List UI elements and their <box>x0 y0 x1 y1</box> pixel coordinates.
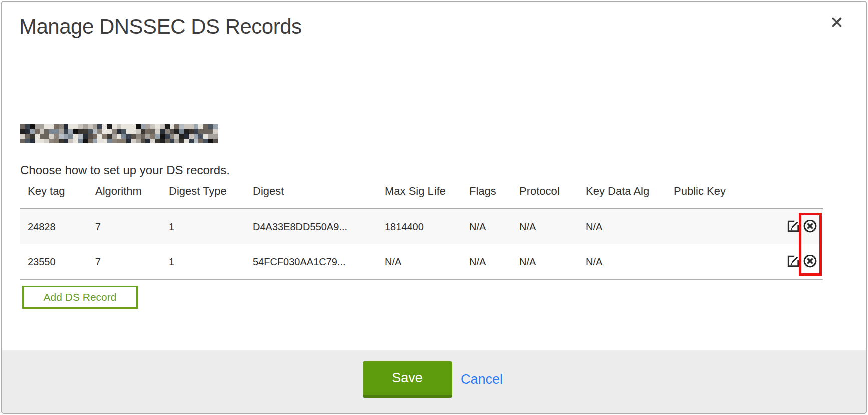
row-actions <box>773 220 823 234</box>
close-button[interactable] <box>827 13 847 33</box>
cell-digest: D4A33E8DD550A9... <box>245 222 377 233</box>
table-header-row: Key tag Algorithm Digest Type Digest Max… <box>20 182 823 208</box>
cancel-link[interactable]: Cancel <box>461 372 503 388</box>
row-actions <box>773 255 823 269</box>
col-header-algorithm: Algorithm <box>88 182 161 198</box>
cell-protocol: N/A <box>512 256 578 268</box>
col-header-public-key: Public Key <box>666 182 773 198</box>
table-body: 24828 7 1 D4A33E8DD550A9... 1814400 N/A … <box>20 208 823 280</box>
table-row: 24828 7 1 D4A33E8DD550A9... 1814400 N/A … <box>20 210 823 244</box>
close-icon <box>830 16 843 30</box>
save-button[interactable]: Save <box>363 362 452 398</box>
edit-record-button[interactable] <box>786 220 800 234</box>
col-header-digest: Digest <box>245 182 377 198</box>
edit-record-button[interactable] <box>786 255 800 269</box>
redacted-domain-name <box>20 124 218 144</box>
cell-protocol: N/A <box>512 222 578 233</box>
delete-record-button[interactable] <box>803 255 817 269</box>
col-header-actions <box>773 182 823 185</box>
col-header-digest-type: Digest Type <box>161 182 245 198</box>
edit-icon <box>787 255 800 269</box>
col-header-key-data-alg: Key Data Alg <box>578 182 666 198</box>
ds-records-table: Key tag Algorithm Digest Type Digest Max… <box>20 182 823 280</box>
add-ds-record-button[interactable]: Add DS Record <box>22 286 138 309</box>
cell-key-tag: 24828 <box>20 222 88 233</box>
col-header-flags: Flags <box>462 182 512 198</box>
delete-circle-x-icon <box>803 220 817 234</box>
cell-algorithm: 7 <box>88 256 161 268</box>
cell-key-data-alg: N/A <box>578 222 666 233</box>
cell-key-tag: 23550 <box>20 256 88 268</box>
col-header-max-sig-life: Max Sig Life <box>377 182 462 198</box>
instruction-text: Choose how to set up your DS records. <box>20 164 230 178</box>
dialog-title: Manage DNSSEC DS Records <box>19 15 302 39</box>
edit-icon <box>787 220 800 234</box>
delete-circle-x-icon <box>803 255 817 269</box>
cell-digest: 54FCF030AA1C79... <box>245 256 377 268</box>
col-header-key-tag: Key tag <box>20 182 88 198</box>
cell-flags: N/A <box>462 222 512 233</box>
cell-digest-type: 1 <box>161 222 245 233</box>
cell-algorithm: 7 <box>88 222 161 233</box>
manage-ds-records-dialog: Manage DNSSEC DS Records Choose how to s… <box>1 1 867 414</box>
cell-max-sig-life: 1814400 <box>377 222 462 233</box>
cell-digest-type: 1 <box>161 256 245 268</box>
col-header-protocol: Protocol <box>512 182 578 198</box>
delete-record-button[interactable] <box>803 220 817 234</box>
cell-max-sig-life: N/A <box>377 256 462 268</box>
table-row: 23550 7 1 54FCF030AA1C79... N/A N/A N/A … <box>20 244 823 280</box>
cell-flags: N/A <box>462 256 512 268</box>
cell-key-data-alg: N/A <box>578 256 666 268</box>
